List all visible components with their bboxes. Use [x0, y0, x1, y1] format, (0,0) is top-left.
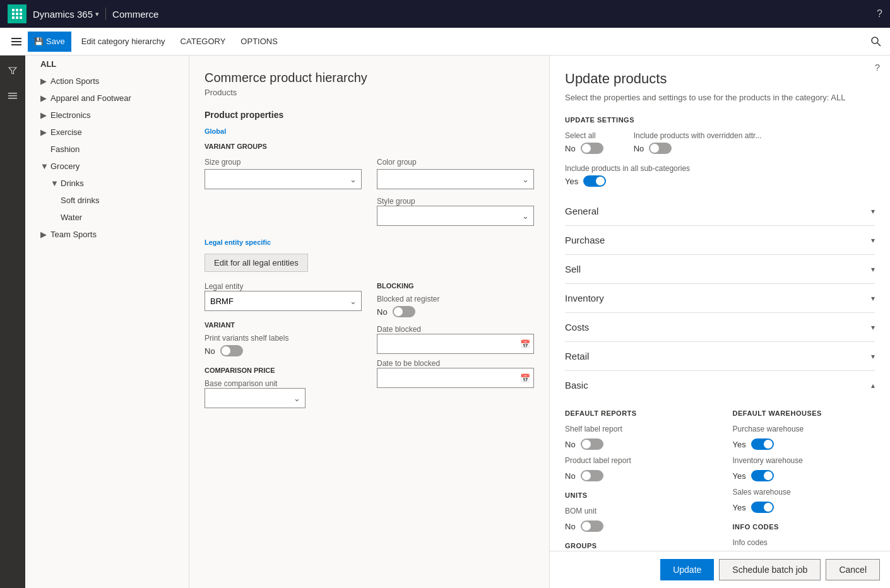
print-variants-toggle[interactable] — [220, 345, 243, 356]
size-group-select[interactable] — [205, 169, 362, 189]
product-label-report-label: Product label report — [565, 456, 708, 465]
chevron-down-icon: ▾ — [871, 294, 875, 303]
sales-warehouse-value: Yes — [733, 503, 746, 512]
sidebar-menu-icon[interactable] — [3, 86, 23, 106]
product-label-toggle[interactable] — [581, 470, 603, 481]
shelf-label-value: No — [565, 440, 576, 449]
right-panel-footer: Update Schedule batch job Cancel — [550, 551, 890, 588]
accordion-basic-header[interactable]: Basic ▴ — [565, 371, 875, 399]
category-button[interactable]: CATEGORY — [173, 32, 234, 52]
tree-item-exercise[interactable]: ▶ Exercise — [25, 124, 189, 141]
print-variants-toggle-wrapper: No — [205, 345, 362, 356]
menu-toggle-icon[interactable] — [5, 28, 28, 56]
global-label: Global — [205, 127, 534, 135]
chevron-right-icon: ▶ — [40, 76, 48, 86]
tree-item-soft-drinks[interactable]: Soft drinks — [25, 192, 189, 209]
app-grid-icon[interactable] — [8, 4, 27, 23]
svg-point-12 — [872, 37, 878, 44]
base-comparison-unit-select[interactable] — [205, 388, 306, 408]
tree-item-team-sports[interactable]: ▶ Team Sports — [25, 226, 189, 243]
second-toolbar: 💾 Save Edit category hierarchy CATEGORY … — [0, 28, 890, 56]
accordion-inventory-header[interactable]: Inventory ▾ — [565, 284, 875, 312]
purchase-warehouse-toggle-wrapper: Yes — [733, 438, 875, 450]
options-button[interactable]: OPTIONS — [233, 32, 285, 52]
update-button[interactable]: Update — [660, 559, 714, 580]
chevron-right-icon: ▶ — [40, 230, 48, 239]
help-icon[interactable]: ? — [877, 8, 882, 20]
svg-rect-8 — [20, 16, 22, 19]
tree-item-grocery[interactable]: ▼ Grocery — [25, 158, 189, 175]
include-overridden-label: Include products with overridden attr... — [634, 131, 762, 140]
select-all-toggle[interactable] — [581, 143, 603, 154]
chevron-down-icon: ▾ — [871, 323, 875, 332]
info-codes-label: INFO CODES — [733, 523, 875, 531]
tree-item-electronics[interactable]: ▶ Electronics — [25, 107, 189, 124]
blocking-label: BLOCKING — [377, 282, 534, 290]
bom-unit-field: BOM unit No — [565, 507, 708, 532]
tree-item-action-sports[interactable]: ▶ Action Sports — [25, 73, 189, 90]
chevron-up-icon: ▴ — [871, 381, 875, 390]
accordion-sell-header[interactable]: Sell ▾ — [565, 255, 875, 283]
all-label: ALL — [40, 59, 56, 69]
product-label-report-field: Product label report No — [565, 456, 708, 481]
shelf-label-toggle[interactable] — [581, 438, 603, 450]
blocked-at-register-toggle[interactable] — [393, 306, 415, 317]
shelf-label-toggle-wrapper: No — [565, 438, 708, 450]
tree-item-all[interactable]: ALL — [25, 56, 189, 73]
accordion-sell: Sell ▾ — [565, 255, 875, 284]
date-blocked-input[interactable] — [377, 334, 534, 354]
schedule-batch-button[interactable]: Schedule batch job — [719, 559, 821, 580]
sales-warehouse-toggle[interactable] — [751, 502, 774, 513]
tree-item-drinks[interactable]: ▼ Drinks — [25, 175, 189, 192]
sales-warehouse-label: Sales warehouse — [733, 488, 875, 497]
svg-rect-9 — [11, 38, 21, 39]
comparison-price-label: COMPARISON PRICE — [205, 367, 362, 374]
app-brand[interactable]: Dynamics 365 ▾ — [33, 9, 99, 20]
save-button[interactable]: 💾 Save — [28, 32, 71, 52]
edit-category-button[interactable]: Edit category hierarchy — [74, 32, 173, 52]
info-codes-field: Info codes No — [733, 538, 875, 551]
base-comparison-unit-label: Base comparison unit — [205, 379, 362, 388]
tree-item-apparel[interactable]: ▶ Apparel and Footwear — [25, 90, 189, 107]
edit-legal-entities-button[interactable]: Edit for all legal entities — [205, 254, 308, 272]
content-title: Commerce product hierarchy — [205, 71, 534, 85]
cancel-button[interactable]: Cancel — [826, 559, 880, 580]
sidebar-filter-icon[interactable] — [3, 61, 23, 81]
panel-help-icon[interactable]: ? — [875, 62, 880, 73]
color-group-label: Color group — [377, 158, 534, 167]
date-to-be-blocked-input[interactable] — [377, 368, 534, 388]
content-area: Commerce product hierarchy Products Prod… — [189, 56, 549, 588]
accordion-purchase-header[interactable]: Purchase ▾ — [565, 226, 875, 254]
bom-unit-toggle[interactable] — [581, 520, 603, 532]
inventory-warehouse-toggle[interactable] — [751, 470, 774, 481]
tree-item-water[interactable]: Water — [25, 209, 189, 226]
style-group-select[interactable] — [377, 206, 534, 226]
print-variants-value: No — [205, 346, 215, 356]
inventory-warehouse-label: Inventory warehouse — [733, 456, 875, 465]
accordion-retail-header[interactable]: Retail ▾ — [565, 342, 875, 370]
search-icon[interactable] — [867, 33, 885, 50]
variant-groups-label: VARIANT GROUPS — [205, 143, 362, 150]
include-overridden-toggle[interactable] — [649, 143, 672, 154]
basic-right-col: DEFAULT WAREHOUSES Purchase warehouse Ye… — [733, 409, 875, 551]
tree-item-fashion[interactable]: ▶ Fashion — [25, 141, 189, 158]
purchase-warehouse-toggle[interactable] — [751, 438, 774, 450]
sales-warehouse-field: Sales warehouse Yes — [733, 488, 875, 513]
include-overridden-value: No — [634, 144, 644, 153]
legal-entity-specific-label: Legal entity specific — [205, 238, 534, 246]
select-all-value: No — [565, 144, 576, 153]
brand-chevron-icon: ▾ — [95, 10, 99, 18]
svg-rect-0 — [12, 9, 15, 11]
groups-label: GROUPS — [565, 542, 708, 550]
color-group-field: Color group Style group — [377, 143, 534, 226]
accordion-inventory-label: Inventory — [565, 293, 604, 303]
svg-rect-16 — [8, 98, 17, 99]
legal-entity-select[interactable]: BRMF — [205, 291, 362, 311]
accordion-general-header[interactable]: General ▾ — [565, 197, 875, 225]
accordion-basic-label: Basic — [565, 380, 588, 391]
include-subcategories-toggle[interactable] — [583, 175, 606, 187]
accordion-sell-label: Sell — [565, 264, 581, 274]
color-group-select[interactable] — [377, 169, 534, 189]
tree-label: Drinks — [61, 179, 84, 188]
accordion-costs-header[interactable]: Costs ▾ — [565, 313, 875, 341]
